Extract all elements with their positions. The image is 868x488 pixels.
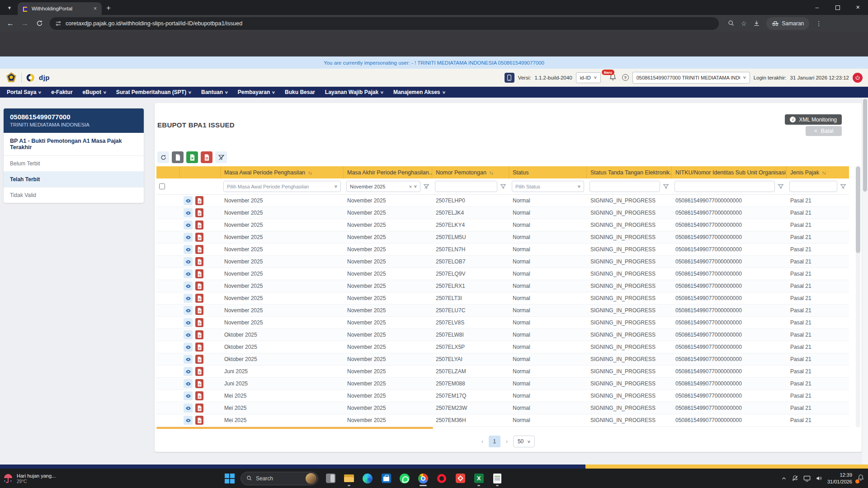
view-button[interactable]: [184, 355, 193, 364]
sort-icon[interactable]: ↑↓: [308, 170, 312, 175]
view-button[interactable]: [184, 233, 193, 242]
pdf-download-button[interactable]: [195, 257, 203, 266]
column-header-4[interactable]: Nomor Pemotongan↑↓: [432, 166, 509, 178]
pdf-download-button[interactable]: [195, 343, 203, 352]
logout-button[interactable]: [853, 73, 863, 83]
masa-awal-filter-select[interactable]: Pilih Masa Awal Periode Penghasilan ∨: [223, 181, 341, 192]
view-button[interactable]: [184, 330, 193, 339]
column-header-7[interactable]: NITKU/Nomor Identitas Sub Unit Organisas…: [672, 166, 787, 178]
new-tab-button[interactable]: +: [106, 4, 111, 13]
tab-search-icon[interactable]: ▼: [4, 3, 15, 12]
sidebar-item-telah-terbit[interactable]: Telah Terbit: [4, 172, 144, 188]
nav-item-ebupot[interactable]: eBupot∨: [83, 89, 106, 95]
pdf-download-button[interactable]: [195, 294, 203, 303]
pdf-download-button[interactable]: [195, 404, 203, 413]
nav-item-surat-pemberitahuan-spt-[interactable]: Surat Pemberitahuan (SPT)∨: [116, 89, 191, 95]
pdf-download-button[interactable]: [195, 330, 203, 339]
help-button[interactable]: ?: [622, 74, 629, 81]
taxpayer-select[interactable]: 0508615499077000 TRINITI MEDIATAMA INDON…: [632, 72, 750, 84]
clear-filter-icon[interactable]: ×: [409, 184, 412, 189]
taskbar-file-explorer-icon[interactable]: [343, 470, 355, 487]
taskbar-edge-icon[interactable]: [361, 470, 374, 487]
refresh-button[interactable]: [157, 151, 169, 163]
sort-icon[interactable]: ↑↓: [489, 170, 493, 175]
nav-item-bantuan[interactable]: Bantuan∨: [201, 89, 228, 95]
taskbar-clock[interactable]: 12:39 31/01/2026: [827, 472, 852, 485]
view-button[interactable]: [184, 404, 193, 413]
xml-monitoring-button[interactable]: i XML Monitoring: [785, 114, 842, 125]
taskbar-whatsapp-icon[interactable]: [398, 470, 411, 487]
view-button[interactable]: [184, 306, 193, 315]
nav-item-portal-saya[interactable]: Portal Saya∨: [7, 89, 41, 95]
back-button[interactable]: ←: [4, 17, 17, 30]
export-excel-button[interactable]: [186, 151, 198, 163]
page-number-button[interactable]: 1: [489, 436, 500, 447]
url-bar[interactable]: coretaxdjp.pajak.go.id/withholding-slips…: [50, 17, 719, 30]
export-csv-button[interactable]: [172, 151, 184, 163]
taskbar-excel-icon[interactable]: X: [472, 470, 485, 487]
table-scrollbar[interactable]: [856, 166, 860, 427]
view-button[interactable]: [184, 416, 193, 425]
column-header-6[interactable]: Status Tanda Tangan Elektronik...: [587, 166, 672, 178]
clear-filters-button[interactable]: [215, 151, 227, 163]
start-button[interactable]: [225, 474, 235, 483]
filter-icon[interactable]: [778, 183, 784, 190]
pdf-download-button[interactable]: [195, 282, 203, 291]
taskbar-task-view-icon[interactable]: [324, 470, 337, 487]
export-pdf-button[interactable]: [201, 151, 212, 163]
pdf-download-button[interactable]: [195, 221, 203, 230]
window-close-button[interactable]: ✕: [848, 0, 868, 15]
nav-item-pembayaran[interactable]: Pembayaran∨: [238, 89, 275, 95]
pdf-download-button[interactable]: [195, 233, 203, 242]
pdf-download-button[interactable]: [195, 367, 203, 376]
view-button[interactable]: [184, 269, 193, 278]
sort-icon[interactable]: ↑↓: [822, 170, 826, 175]
view-button[interactable]: [184, 282, 193, 291]
pdf-download-button[interactable]: [195, 379, 203, 388]
sidebar-item-belum-terbit[interactable]: Belum Terbit: [4, 156, 144, 172]
taskbar-opera-icon[interactable]: [435, 470, 448, 487]
pdf-download-button[interactable]: [195, 208, 203, 217]
taskbar-search[interactable]: Search: [241, 472, 318, 485]
horizontal-scroll-indicator[interactable]: [156, 427, 433, 429]
batal-button[interactable]: × Batal: [806, 126, 842, 136]
nav-item-manajemen-akses[interactable]: Manajemen Akses∨: [393, 89, 445, 95]
locale-select[interactable]: id-ID ∨: [576, 72, 601, 83]
nav-item-buku-besar[interactable]: Buku Besar: [285, 89, 315, 95]
taskbar-microsoft-store-icon[interactable]: [380, 470, 392, 487]
select-all-checkbox[interactable]: [159, 183, 165, 189]
view-button[interactable]: [184, 257, 193, 266]
jenis-pajak-filter-input[interactable]: [789, 181, 837, 192]
browser-menu-icon[interactable]: ⋮: [816, 20, 822, 27]
view-button[interactable]: [184, 221, 193, 230]
nomor-filter-input[interactable]: [435, 181, 497, 192]
column-header-2[interactable]: Masa Awal Periode Penghasilan↑↓: [221, 166, 344, 178]
page-size-select[interactable]: 50 ∨: [513, 436, 535, 447]
tray-chevron-up-icon[interactable]: [781, 476, 787, 481]
next-page-button[interactable]: ›: [506, 438, 508, 445]
view-button[interactable]: [184, 245, 193, 254]
status-filter-select[interactable]: Pilih Status ∨: [512, 181, 584, 192]
pdf-download-button[interactable]: [195, 245, 203, 254]
sidebar-item-tidak-valid[interactable]: Tidak Valid: [4, 188, 144, 203]
view-button[interactable]: [184, 343, 193, 352]
view-button[interactable]: [184, 391, 193, 400]
taskbar-weather-widget[interactable]: Hari hujan yang... 29°C: [3, 469, 56, 488]
volume-icon[interactable]: [816, 475, 822, 482]
taskbar-red-diamond-app-icon[interactable]: [454, 470, 467, 487]
zoom-icon[interactable]: [728, 20, 735, 27]
filter-icon[interactable]: [663, 183, 669, 190]
reload-button[interactable]: [33, 17, 46, 30]
prev-page-button[interactable]: ‹: [481, 438, 483, 445]
notification-center-button[interactable]: [857, 474, 864, 483]
pdf-download-button[interactable]: [195, 196, 203, 205]
column-header-5[interactable]: Status: [509, 166, 587, 178]
view-button[interactable]: [184, 379, 193, 388]
forward-button[interactable]: →: [18, 17, 32, 30]
pdf-download-button[interactable]: [195, 318, 203, 327]
taskbar-notepad-icon[interactable]: [491, 470, 504, 487]
column-header-3[interactable]: Masa Akhir Periode Penghasilan...: [344, 166, 432, 178]
download-icon[interactable]: [753, 20, 760, 27]
notifications-off-icon[interactable]: [792, 475, 798, 482]
tab-close-icon[interactable]: ×: [93, 5, 98, 12]
